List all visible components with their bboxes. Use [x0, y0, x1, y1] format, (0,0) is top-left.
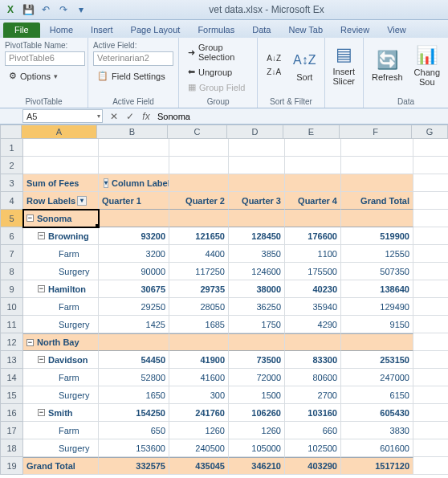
- row-header-17[interactable]: 17: [1, 422, 23, 439]
- tab-data[interactable]: Data: [244, 22, 279, 38]
- cell[interactable]: [413, 369, 448, 386]
- row-header-18[interactable]: 18: [1, 439, 23, 457]
- cell-value[interactable]: 1260: [169, 422, 229, 439]
- row-header-6[interactable]: 6: [1, 227, 23, 245]
- cell-empty[interactable]: [285, 157, 341, 174]
- sort-desc-button[interactable]: Z↓A: [263, 66, 285, 78]
- row-labels-dropdown[interactable]: ▾: [77, 196, 87, 206]
- grand-total-val[interactable]: 1517120: [341, 457, 413, 475]
- column-labels-dropdown[interactable]: ▾: [104, 178, 108, 188]
- field-settings-button[interactable]: 📋Field Settings: [93, 69, 173, 83]
- group-selection-button[interactable]: ➜Group Selection: [184, 41, 252, 63]
- cell[interactable]: [413, 351, 448, 369]
- cell-value[interactable]: 28050: [169, 298, 229, 316]
- cell-value[interactable]: 154250: [99, 404, 169, 422]
- cell-value[interactable]: 153600: [99, 439, 169, 457]
- cat-surgery[interactable]: Surgery: [23, 386, 99, 404]
- cell-empty[interactable]: [285, 139, 341, 157]
- row-header-9[interactable]: 9: [1, 280, 23, 298]
- cell[interactable]: [229, 210, 285, 227]
- tab-review[interactable]: Review: [332, 22, 377, 38]
- cell-value[interactable]: 1425: [99, 316, 169, 333]
- cell-empty[interactable]: [229, 139, 285, 157]
- refresh-button[interactable]: 🔄Refresh: [369, 47, 406, 84]
- cell[interactable]: [99, 210, 169, 227]
- grand-total-val[interactable]: 332575: [99, 457, 169, 475]
- cell-value[interactable]: 175500: [285, 263, 341, 280]
- tab-page-layout[interactable]: Page Layout: [123, 22, 189, 38]
- cell-value[interactable]: 73500: [229, 351, 285, 369]
- cell-value[interactable]: 247000: [341, 369, 413, 386]
- formula-input[interactable]: [156, 110, 443, 123]
- collapse-icon[interactable]: −: [38, 409, 45, 416]
- enter-icon[interactable]: ✓: [124, 111, 136, 122]
- cell[interactable]: [285, 210, 341, 227]
- cell-empty[interactable]: [341, 139, 413, 157]
- cell-empty[interactable]: [23, 139, 99, 157]
- row-header-19[interactable]: 19: [1, 457, 23, 475]
- cell-value[interactable]: 138640: [341, 280, 413, 298]
- cell[interactable]: [413, 422, 448, 439]
- vet-hamilton[interactable]: −Hamilton: [23, 280, 99, 298]
- row-header-3[interactable]: 3: [1, 174, 23, 192]
- cell[interactable]: [413, 174, 448, 192]
- cat-farm[interactable]: Farm: [23, 245, 99, 263]
- cell[interactable]: [413, 386, 448, 404]
- cell[interactable]: [341, 210, 413, 227]
- vet-smith[interactable]: −Smith: [23, 404, 99, 422]
- collapse-icon[interactable]: −: [26, 339, 34, 346]
- cell-value[interactable]: 241760: [169, 404, 229, 422]
- cell-value[interactable]: 605430: [341, 404, 413, 422]
- cell-value[interactable]: 12550: [341, 245, 413, 263]
- cell-value[interactable]: 660: [285, 422, 341, 439]
- row-header-13[interactable]: 13: [1, 351, 23, 369]
- cell[interactable]: [413, 192, 448, 210]
- cat-surgery[interactable]: Surgery: [23, 263, 99, 280]
- cell[interactable]: [413, 457, 448, 475]
- tab-insert[interactable]: Insert: [83, 22, 121, 38]
- change-source-button[interactable]: 📊Chang Sou: [411, 42, 443, 88]
- cell-value[interactable]: 36250: [229, 298, 285, 316]
- collapse-icon[interactable]: −: [38, 285, 45, 292]
- cell[interactable]: [413, 316, 448, 333]
- cell[interactable]: [413, 280, 448, 298]
- cell[interactable]: [341, 333, 413, 351]
- cell[interactable]: [413, 333, 448, 351]
- cell[interactable]: [285, 333, 341, 351]
- col-header-g[interactable]: G: [412, 125, 448, 139]
- cell-value[interactable]: 106260: [229, 404, 285, 422]
- chevron-down-icon[interactable]: ▾: [97, 112, 100, 120]
- cell-empty[interactable]: [413, 139, 448, 157]
- cell-value[interactable]: 507350: [341, 263, 413, 280]
- cat-farm[interactable]: Farm: [23, 369, 99, 386]
- cell-value[interactable]: 129490: [341, 298, 413, 316]
- cell-value[interactable]: 40230: [285, 280, 341, 298]
- cell-value[interactable]: 117250: [169, 263, 229, 280]
- cell-value[interactable]: 1100: [285, 245, 341, 263]
- cell-value[interactable]: 4290: [285, 316, 341, 333]
- col-header-d[interactable]: D: [227, 125, 283, 139]
- cell-value[interactable]: 80600: [285, 369, 341, 386]
- cell-empty[interactable]: [341, 157, 413, 174]
- cell-value[interactable]: 1650: [99, 386, 169, 404]
- cell-value[interactable]: 1500: [229, 386, 285, 404]
- cell-value[interactable]: 93200: [99, 227, 169, 245]
- qat-dropdown-icon[interactable]: ▾: [74, 2, 88, 17]
- cell[interactable]: [413, 210, 448, 227]
- cell-value[interactable]: 3850: [229, 245, 285, 263]
- tab-new-tab[interactable]: New Tab: [280, 22, 331, 38]
- cell-value[interactable]: 103160: [285, 404, 341, 422]
- active-field-input[interactable]: Veterinarian2: [93, 51, 173, 66]
- save-icon[interactable]: 💾: [21, 2, 35, 17]
- cell[interactable]: [413, 227, 448, 245]
- grand-total-label[interactable]: Grand Total: [23, 457, 99, 475]
- cell-value[interactable]: 4400: [169, 245, 229, 263]
- pivot-name-input[interactable]: PivotTable6: [5, 51, 85, 66]
- fx-icon[interactable]: fx: [140, 111, 153, 122]
- row-header-4[interactable]: 4: [1, 192, 23, 210]
- pivot-row-labels[interactable]: Row Labels▾: [23, 192, 99, 210]
- cell-value[interactable]: 124600: [229, 263, 285, 280]
- cell-value[interactable]: 240500: [169, 439, 229, 457]
- cell[interactable]: [413, 404, 448, 422]
- cell[interactable]: [413, 439, 448, 457]
